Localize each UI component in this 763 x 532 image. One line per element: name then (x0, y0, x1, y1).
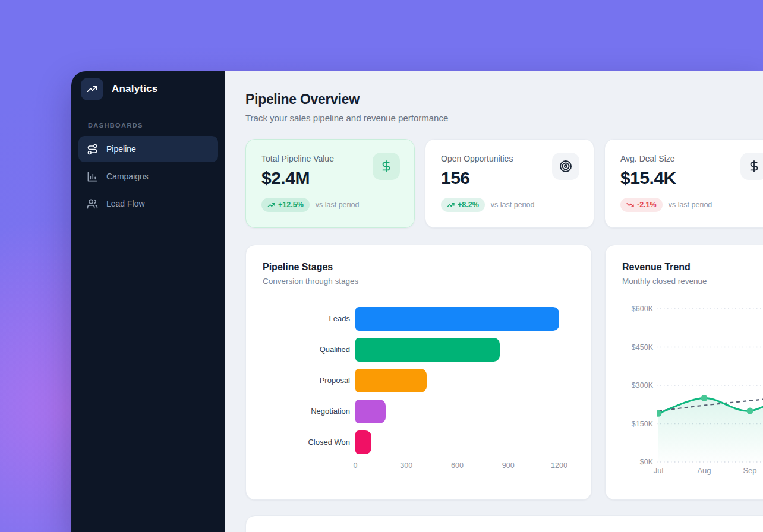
page-title: Pipeline Overview (245, 91, 763, 107)
sidebar-item-label: Lead Flow (106, 199, 145, 208)
bar-leads (355, 307, 559, 331)
sidebar-nav: PipelineCampaignsLead Flow (71, 136, 225, 217)
brand-name: Analytics (112, 83, 157, 95)
bar-chart-icon (87, 171, 98, 182)
kpi-note: vs last period (669, 201, 712, 209)
charts-row: Pipeline Stages Conversion through stage… (245, 245, 763, 500)
x-tick: 600 (451, 461, 464, 470)
kpi-delta-value: -2.1% (637, 201, 657, 209)
bar-label: Negotiation (311, 407, 350, 416)
route-icon (87, 144, 98, 155)
pipeline-stages-chart: LeadsQualifiedProposalNegotiationClosed … (263, 307, 575, 454)
bar-row-qualified: Qualified (263, 338, 575, 362)
sidebar-item-label: Campaigns (106, 172, 149, 181)
rev-x-tick-label: Aug (697, 466, 711, 475)
bar-negotiation (355, 400, 386, 423)
rev-x-tick-label: Sep (743, 466, 756, 475)
pipeline-stages-x-axis: 03006009001200 (355, 461, 575, 472)
kpi-delta-row: +12.5%vs last period (261, 198, 399, 212)
x-tick: 1200 (551, 461, 567, 470)
bar-qualified (355, 338, 500, 362)
kpi-delta-value: +12.5% (278, 201, 304, 209)
dollar-icon (373, 153, 400, 180)
revenue-trend-card: Revenue Trend Monthly closed revenue $60… (605, 245, 763, 500)
sidebar-item-lead-flow[interactable]: Lead Flow (78, 191, 218, 217)
sidebar: Analytics DASHBOARDS PipelineCampaignsLe… (71, 71, 225, 532)
bar-label-cell: Leads (263, 314, 350, 324)
sidebar-item-label: Pipeline (106, 144, 136, 154)
revenue-trend-chart: $600K$450K$300K$150K$0KJulAugSep (606, 245, 763, 499)
sidebar-item-campaigns[interactable]: Campaigns (78, 163, 218, 189)
rev-y-tick-label: $0K (619, 458, 653, 466)
bar-label-cell: Negotiation (263, 407, 350, 416)
bar-proposal (355, 369, 427, 392)
rev-y-tick-label: $150K (619, 420, 653, 428)
bar-label: Closed Won (308, 438, 350, 447)
trending-up-logo-icon (81, 78, 103, 100)
kpi-delta-row: -2.1%vs last period (620, 198, 763, 212)
bar-track (355, 307, 575, 331)
bar-track (355, 369, 575, 392)
bar-label: Proposal (320, 376, 350, 385)
bar-track (355, 338, 575, 362)
kpi-card-avg-deal-size: Avg. Deal Size$15.4K-2.1%vs last period (604, 139, 763, 228)
revenue-line-plot (657, 305, 763, 465)
bar-row-leads: Leads (263, 307, 575, 331)
bar-label: Leads (329, 314, 350, 324)
kpi-delta-row: +8.2%vs last period (441, 198, 578, 212)
rev-y-tick-label: $300K (619, 381, 653, 390)
sidebar-section-label: DASHBOARDS (71, 107, 225, 136)
bar-row-proposal: Proposal (263, 369, 575, 392)
dollar-icon (740, 153, 763, 180)
bar-label: Qualified (320, 345, 350, 354)
kpi-delta-badge: -2.1% (620, 198, 663, 212)
trend-up-mini-icon (447, 201, 455, 209)
app-window: Analytics DASHBOARDS PipelineCampaignsLe… (71, 71, 763, 532)
desktop-background: { "app": { "brand": "Analytics" }, "them… (0, 0, 763, 532)
bar-track (355, 430, 575, 454)
kpi-delta-badge: +8.2% (441, 198, 485, 212)
bar-label-cell: Qualified (263, 345, 350, 354)
bar-row-closed-won: Closed Won (263, 430, 575, 454)
x-tick: 300 (400, 461, 412, 470)
kpi-delta-badge: +12.5% (261, 198, 310, 212)
bar-track (355, 400, 575, 423)
bar-label-cell: Proposal (263, 376, 350, 385)
pipeline-stages-card: Pipeline Stages Conversion through stage… (245, 245, 592, 500)
kpi-delta-value: +8.2% (458, 201, 479, 209)
x-tick: 0 (354, 461, 358, 470)
users-icon (87, 198, 98, 210)
bar-row-negotiation: Negotiation (263, 400, 575, 423)
rev-y-tick-label: $600K (619, 305, 653, 313)
sidebar-item-pipeline[interactable]: Pipeline (78, 136, 218, 162)
bar-closed-won (355, 430, 371, 454)
rev-y-tick-label: $450K (619, 343, 653, 352)
bottom-card-partial (245, 515, 763, 532)
brand: Analytics (71, 71, 225, 107)
bar-label-cell: Closed Won (263, 438, 350, 447)
trend-down-mini-icon (626, 201, 634, 209)
kpi-card-total-pipeline-value: Total Pipeline Value$2.4M+12.5%vs last p… (245, 139, 415, 228)
page-subtitle: Track your sales pipeline and revenue pe… (245, 113, 763, 123)
rev-x-tick-label: Jul (654, 466, 664, 475)
pipeline-stages-subtitle: Conversion through stages (263, 277, 575, 286)
x-tick: 900 (502, 461, 515, 470)
target-icon (552, 153, 579, 180)
trend-up-mini-icon (267, 201, 275, 209)
kpi-note: vs last period (491, 201, 535, 209)
kpi-note: vs last period (316, 201, 360, 209)
main-content: Pipeline Overview Track your sales pipel… (225, 71, 763, 532)
kpi-row: Total Pipeline Value$2.4M+12.5%vs last p… (245, 139, 763, 228)
pipeline-stages-title: Pipeline Stages (263, 262, 575, 273)
kpi-card-open-opportunities: Open Opportunities156+8.2%vs last period (425, 139, 594, 228)
